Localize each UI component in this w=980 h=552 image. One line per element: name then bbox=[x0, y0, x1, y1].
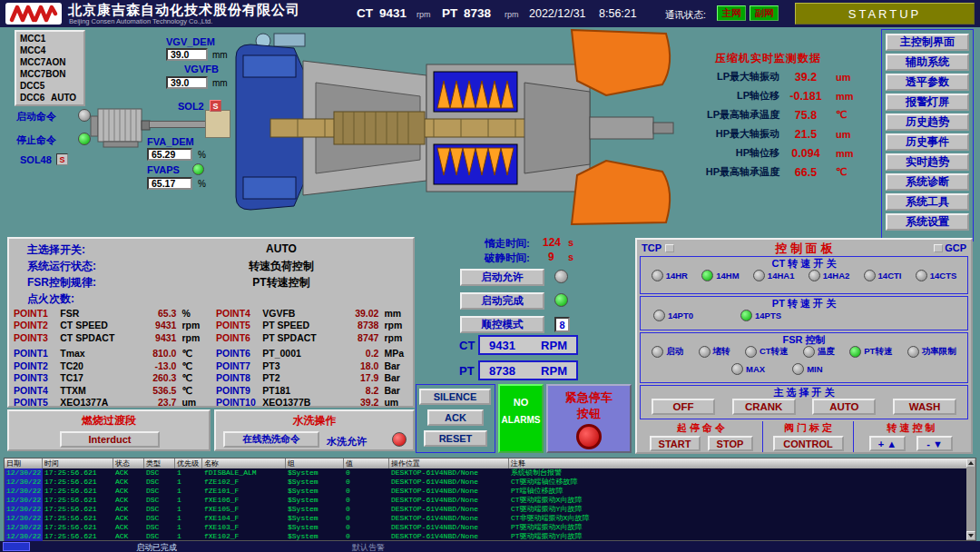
alarm-row[interactable]: 12/30/22 17:25:56.621 ACK DSC 1 fDISBALE… bbox=[5, 468, 975, 478]
point-row: POINT2 TC20 -13.0 ℃ POINT7 PT3 18.0 Bar bbox=[14, 360, 411, 372]
sidebar-nav-button[interactable]: 历史趋势 bbox=[886, 113, 969, 131]
combustion-panel: 燃烧过渡段 Interduct bbox=[7, 409, 211, 451]
point-name: FSR bbox=[60, 308, 135, 319]
switch-label: 14PTS bbox=[755, 310, 781, 320]
selector-mode-button[interactable]: AUTO bbox=[812, 399, 876, 415]
no-alarms-line2: ALARMS bbox=[500, 415, 542, 425]
fsr-limit-switch[interactable]: MAX bbox=[731, 363, 765, 375]
fsr-limit-switch[interactable]: MIN bbox=[792, 363, 822, 375]
switch-lamp bbox=[907, 346, 919, 358]
sol48-label: SOL48 bbox=[20, 154, 52, 165]
emergency-stop-button[interactable] bbox=[576, 424, 602, 449]
column-header[interactable]: 日期 bbox=[5, 458, 43, 468]
pt-speed-switch[interactable]: 14PTS bbox=[740, 310, 781, 321]
start-button[interactable]: START bbox=[650, 436, 701, 451]
startup-mode-button[interactable]: STARTUP bbox=[795, 3, 975, 25]
ct-speed-switch[interactable]: 14HR bbox=[652, 270, 688, 281]
emergency-stop-panel: 紧急停车 按钮 bbox=[546, 384, 632, 453]
column-header[interactable]: 状态 bbox=[113, 458, 144, 468]
mcc-row: DCC5 bbox=[16, 81, 83, 93]
fsr-mode-switch[interactable]: 启动 bbox=[652, 346, 683, 358]
mcc-status: ON bbox=[53, 69, 80, 81]
status-bar-message: 启动已完成 bbox=[136, 542, 177, 552]
sidebar-nav-button[interactable]: 透平参数 bbox=[886, 74, 969, 91]
silence-button[interactable]: SILENCE bbox=[419, 389, 491, 405]
ct-speed-switch[interactable]: 14CTS bbox=[916, 270, 957, 281]
alarm-row[interactable]: 12/30/22 17:25:56.621 ACK DSC 1 fXE104_F… bbox=[5, 514, 975, 523]
alarm-row[interactable]: 12/30/22 17:25:56.621 ACK DSC 1 fZE102_F… bbox=[5, 478, 975, 487]
valve-calibration-cell: 阀 门 标 定 CONTROL bbox=[763, 421, 854, 452]
selector-mode-button[interactable]: OFF bbox=[652, 399, 715, 415]
monitor-unit: mm bbox=[832, 148, 854, 159]
sidebar-nav-button[interactable]: 系统诊断 bbox=[886, 173, 969, 191]
company-name-en: Beijing Consen Automation Technology Co.… bbox=[69, 17, 212, 25]
wash-permit-lamp bbox=[392, 432, 407, 447]
column-header[interactable]: 注释 bbox=[509, 458, 975, 468]
sidebar-nav-button[interactable]: 实时趋势 bbox=[886, 153, 969, 171]
fsr-control-section: FSR 控制 启动 堵转 CT转速 bbox=[640, 332, 968, 383]
switch-lamp bbox=[652, 346, 663, 358]
fva-dem-unit: % bbox=[198, 150, 206, 160]
sidebar-nav-button[interactable]: 报警灯屏 bbox=[886, 94, 969, 111]
ct-speed-switch[interactable]: 14HM bbox=[701, 270, 739, 281]
valve-control-button[interactable]: CONTROL bbox=[773, 436, 844, 451]
column-header[interactable]: 时间 bbox=[43, 458, 113, 468]
alarm-row[interactable]: 12/30/22 17:25:56.621 ACK DSC 1 fXE106_F… bbox=[5, 496, 975, 505]
fsr-mode-switch[interactable]: 温度 bbox=[803, 346, 835, 358]
column-header[interactable]: 操作位置 bbox=[389, 458, 509, 468]
bottom-status-bar: 启动已完成 默认告警 bbox=[0, 541, 980, 552]
sidebar-nav-button[interactable]: 系统工具 bbox=[886, 193, 969, 211]
scrollbar-up-button[interactable] bbox=[966, 458, 975, 468]
mcc-label: MCC7B bbox=[20, 69, 53, 81]
sidebar-nav-button[interactable]: 历史事件 bbox=[886, 133, 969, 151]
reset-button[interactable]: RESET bbox=[424, 430, 487, 447]
ack-button[interactable]: ACK bbox=[427, 409, 484, 426]
alarm-group: $System bbox=[286, 468, 344, 478]
stop-button[interactable]: STOP bbox=[708, 436, 753, 451]
control-panel: TCP 控 制 面 板 GCP CT 转 速 开 关 14HR 14HM bbox=[635, 238, 973, 454]
alarm-row[interactable]: 12/30/22 17:25:56.621 ACK DSC 1 fZE101_F… bbox=[5, 487, 975, 496]
sequence-mode-button[interactable]: 顺控模式 bbox=[460, 316, 544, 333]
column-header[interactable]: 名称 bbox=[202, 458, 286, 468]
switch-lamp bbox=[731, 363, 743, 375]
alarm-row[interactable]: 12/30/22 17:25:56.621 ACK DSC 1 fXE103_F… bbox=[5, 523, 975, 532]
ct-speed-switch[interactable]: 14HA2 bbox=[808, 270, 850, 281]
ct-speed-switch[interactable]: 14CTI bbox=[864, 270, 902, 281]
point-unit: MPa bbox=[378, 348, 411, 359]
monitor-rows: LP最大轴振动 39.2 um LP轴位移 -0.181 mm LP最高轴承温度… bbox=[676, 67, 889, 182]
fsr-mode-switch[interactable]: 堵转 bbox=[699, 346, 730, 358]
speed-raise-button[interactable]: + ▲ bbox=[869, 436, 906, 451]
fsr-mode-switch[interactable]: 功率限制 bbox=[907, 346, 956, 358]
column-header[interactable]: 优先级 bbox=[175, 458, 202, 468]
ct-speed-switch[interactable]: 14HA1 bbox=[753, 270, 795, 281]
status-bar-group: 默认告警 bbox=[352, 542, 385, 552]
column-header[interactable]: 组 bbox=[286, 458, 344, 468]
alarm-tagname: fXE103_F bbox=[202, 523, 286, 532]
pt-speed-unit: rpm bbox=[505, 10, 519, 19]
pt-speed-value: 8738 bbox=[464, 6, 491, 20]
start-permit-button[interactable]: 启动允许 bbox=[460, 269, 544, 286]
selector-mode-button[interactable]: CRANK bbox=[732, 399, 796, 415]
column-header[interactable]: 值 bbox=[344, 458, 389, 468]
alarm-row[interactable]: 12/30/22 17:25:56.621 ACK DSC 1 fXE105_F… bbox=[5, 505, 975, 514]
start-complete-button[interactable]: 启动完成 bbox=[460, 292, 544, 310]
scrollbar-down-button[interactable] bbox=[966, 531, 975, 540]
interduct-button[interactable]: Interduct bbox=[60, 431, 160, 448]
sequence-mode-value: 8 bbox=[554, 317, 570, 332]
speed-lower-button[interactable]: - ▼ bbox=[916, 436, 953, 451]
water-wash-panel: 水洗操作 在线热洗命令 水洗允许 bbox=[214, 409, 415, 451]
pt-speed-switch[interactable]: 14PT0 bbox=[653, 310, 693, 321]
sidebar-nav-button[interactable]: 主控制界面 bbox=[886, 34, 969, 51]
alarm-row[interactable]: 12/30/22 17:25:56.621 ACK DSC 1 fXE102_F… bbox=[5, 532, 975, 541]
online-wash-button[interactable]: 在线热洗命令 bbox=[223, 431, 319, 448]
fsr-mode-switch[interactable]: PT转速 bbox=[849, 346, 892, 358]
fsr-mode-switch[interactable]: CT转速 bbox=[745, 346, 789, 358]
control-panel-title: 控 制 面 板 bbox=[637, 241, 971, 257]
selector-mode-button[interactable]: WASH bbox=[893, 399, 956, 415]
alarm-table-scrollbar[interactable] bbox=[966, 458, 975, 540]
alarm-priority: 1 bbox=[175, 514, 202, 523]
column-header[interactable]: 类型 bbox=[144, 458, 175, 468]
alarm-date: 12/30/22 bbox=[5, 468, 43, 478]
sidebar-nav-button[interactable]: 系统设置 bbox=[886, 213, 969, 231]
sidebar-nav-button[interactable]: 辅助系统 bbox=[886, 54, 969, 71]
